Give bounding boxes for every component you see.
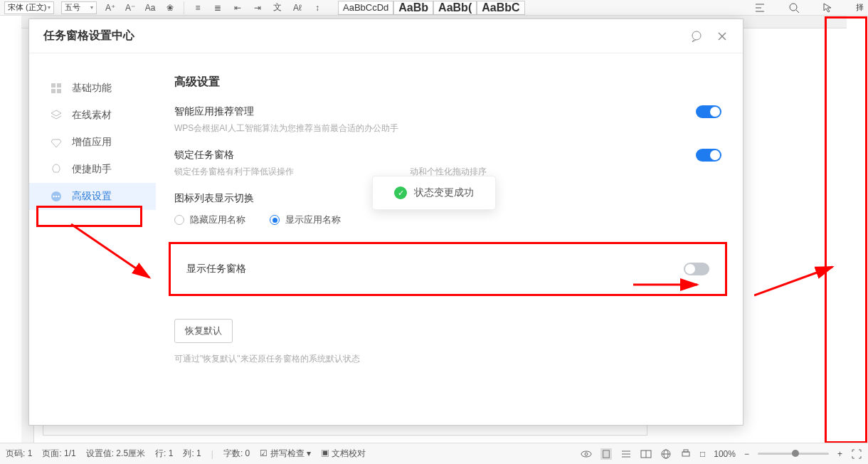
restore-default-button[interactable]: 恢复默认 <box>174 319 233 343</box>
sidebar-item-label: 便捷助手 <box>72 163 112 176</box>
svg-rect-8 <box>57 89 61 93</box>
more-icon <box>51 191 62 202</box>
radio-hide-name[interactable]: 隐藏应用名称 <box>174 213 245 226</box>
close-icon[interactable] <box>716 30 729 43</box>
svg-line-1 <box>796 10 799 13</box>
lock-pane-label: 锁定任务窗格 <box>174 149 234 162</box>
sb-setvalue[interactable]: 设置值: 2.5厘米 <box>86 448 145 460</box>
sidebar-item-assistant[interactable]: 便捷助手 <box>29 156 156 183</box>
sb-doccheck[interactable]: ▣ 文档校对 <box>321 448 366 460</box>
numbering-icon[interactable]: ≣ <box>211 1 224 14</box>
radio-icon <box>270 215 280 225</box>
find-icon[interactable] <box>788 1 800 14</box>
radio-show-name[interactable]: 显示应用名称 <box>270 213 341 226</box>
sb-pages[interactable]: 页面: 1/1 <box>42 448 75 460</box>
replace-icon[interactable] <box>753 1 766 14</box>
sidebar-item-label: 基础功能 <box>72 82 112 95</box>
zoom-in-button[interactable]: + <box>837 449 842 459</box>
style-heading1[interactable]: AaBb <box>393 1 433 15</box>
outline-view-icon[interactable] <box>620 448 632 460</box>
svg-point-2 <box>692 31 701 40</box>
layers-icon <box>51 110 62 121</box>
show-pane-toggle[interactable] <box>684 263 709 275</box>
zoom-slider[interactable] <box>758 453 829 455</box>
svg-rect-6 <box>57 83 61 88</box>
settings-sidebar: 基础功能 在线素材 增值应用 便捷助手 高级设置 <box>29 53 156 425</box>
eye-icon[interactable] <box>581 448 592 460</box>
zoom-out-button[interactable]: − <box>744 449 749 459</box>
style-heading2[interactable]: AaBb( <box>433 1 477 15</box>
svg-rect-27 <box>682 452 689 456</box>
svg-point-16 <box>581 451 591 457</box>
clear-format-icon[interactable]: ❀ <box>164 1 176 14</box>
svg-point-10 <box>53 196 54 197</box>
align-icon[interactable]: Aℓ <box>291 1 304 14</box>
smart-recommend-desc: WPS会根据AI人工智能算法为您推荐当前最合适的办公助手 <box>174 122 721 135</box>
task-pane-settings-dialog: 任务窗格设置中心 基础功能 在线素材 增值应用 便捷助手 <box>28 19 743 426</box>
select-icon[interactable] <box>822 1 835 14</box>
show-pane-row: 显示任务窗格 <box>169 242 727 296</box>
sidebar-item-basic[interactable]: 基础功能 <box>29 75 156 102</box>
svg-point-0 <box>790 4 797 11</box>
style-normal[interactable]: AaBbCcDd <box>338 1 393 15</box>
svg-point-11 <box>55 196 57 197</box>
style-heading3[interactable]: AaBbC <box>477 1 524 15</box>
grid-icon <box>51 83 62 94</box>
feedback-icon[interactable] <box>690 30 703 43</box>
svg-point-12 <box>58 196 59 197</box>
print-view-icon[interactable] <box>680 448 692 460</box>
dialog-title: 任务窗格设置中心 <box>43 28 690 43</box>
toast-text: 状态变更成功 <box>414 186 474 199</box>
svg-rect-5 <box>51 83 55 88</box>
zoom-reset-button[interactable]: □ <box>700 449 705 459</box>
sidebar-item-label: 高级设置 <box>72 190 112 203</box>
settings-content: 高级设置 智能应用推荐管理 WPS会根据AI人工智能算法为您推荐当前最合适的办公… <box>156 53 743 425</box>
svg-rect-7 <box>51 89 55 93</box>
sidebar-item-advanced[interactable]: 高级设置 <box>29 183 156 210</box>
dialog-header: 任务窗格设置中心 <box>29 19 743 53</box>
sb-spellcheck[interactable]: ☑ 拼写检查 ▾ <box>260 448 311 460</box>
bullets-icon[interactable]: ≡ <box>191 1 204 14</box>
success-toast: ✓ 状态变更成功 <box>372 176 496 210</box>
ribbon-toolbar: 宋体 (正文)▾ 五号▾ A⁺ A⁻ Aa ❀ ≡ ≣ ⇤ ⇥ 文 Aℓ ↕ A… <box>0 0 868 16</box>
web-view-icon[interactable] <box>660 448 672 460</box>
diamond-icon <box>51 137 62 148</box>
text-direction-icon[interactable]: 文 <box>271 1 284 14</box>
show-pane-label: 显示任务窗格 <box>186 263 246 275</box>
smart-recommend-label: 智能应用推荐管理 <box>174 105 254 118</box>
smart-recommend-toggle[interactable] <box>696 105 721 118</box>
select-label: 择 <box>856 2 864 13</box>
lock-pane-toggle[interactable] <box>696 149 721 162</box>
indent-right-icon[interactable]: ⇥ <box>251 1 264 14</box>
fullscreen-icon[interactable] <box>851 448 862 460</box>
svg-rect-18 <box>603 450 610 457</box>
sidebar-item-online[interactable]: 在线素材 <box>29 102 156 129</box>
line-spacing-icon[interactable]: ↕ <box>311 1 324 14</box>
font-size-dropdown[interactable]: 五号▾ <box>61 1 97 14</box>
checkmark-icon: ✓ <box>394 186 407 199</box>
sb-row[interactable]: 行: 1 <box>155 448 173 460</box>
sb-chars[interactable]: 字数: 0 <box>223 448 250 460</box>
sb-col[interactable]: 列: 1 <box>183 448 201 460</box>
increase-font-icon[interactable]: A⁺ <box>104 1 117 14</box>
reading-view-icon[interactable] <box>640 448 652 460</box>
radio-icon <box>174 215 184 225</box>
svg-point-17 <box>585 453 588 455</box>
zoom-value[interactable]: 100% <box>714 449 736 459</box>
style-gallery[interactable]: AaBbCcDd AaBb AaBb( AaBbC <box>338 1 525 15</box>
rocket-icon <box>51 164 62 175</box>
section-title: 高级设置 <box>174 75 721 90</box>
sidebar-item-premium[interactable]: 增值应用 <box>29 129 156 156</box>
sb-page[interactable]: 页码: 1 <box>6 448 32 460</box>
sidebar-item-label: 在线素材 <box>72 109 112 122</box>
change-case-icon[interactable]: Aa <box>144 1 157 14</box>
sidebar-item-label: 增值应用 <box>72 136 112 149</box>
page-view-icon[interactable] <box>600 448 612 460</box>
indent-left-icon[interactable]: ⇤ <box>231 1 244 14</box>
svg-rect-28 <box>684 450 688 452</box>
restore-hint: 可通过"恢复默认"来还原任务窗格的系统默认状态 <box>174 353 721 365</box>
font-name-dropdown[interactable]: 宋体 (正文)▾ <box>4 1 54 14</box>
decrease-font-icon[interactable]: A⁻ <box>124 1 137 14</box>
status-bar: 页码: 1 页面: 1/1 设置值: 2.5厘米 行: 1 列: 1 | 字数:… <box>0 443 868 464</box>
